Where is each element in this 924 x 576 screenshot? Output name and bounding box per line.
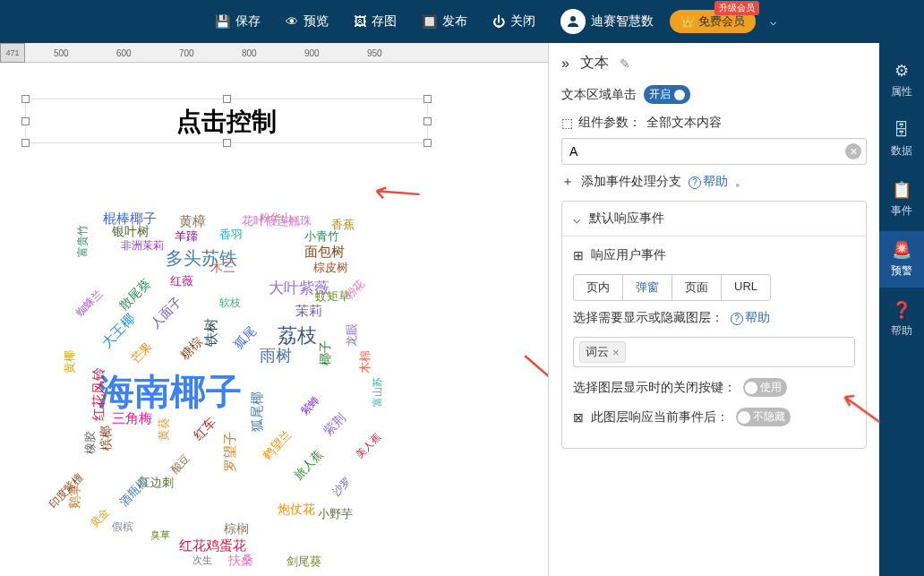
- wordcloud-word[interactable]: 假槟: [112, 520, 133, 535]
- wordcloud-word[interactable]: 狐尾椰: [249, 391, 266, 432]
- hide-after-toggle[interactable]: 不隐藏: [736, 408, 791, 426]
- wordcloud-word[interactable]: 橡胶: [82, 431, 98, 454]
- resize-handle[interactable]: [424, 95, 432, 103]
- resize-handle[interactable]: [21, 139, 30, 147]
- resize-handle[interactable]: [21, 95, 30, 103]
- saveimg-button[interactable]: 🖼 存图: [345, 8, 406, 35]
- wordcloud-word[interactable]: 旅人蕉: [290, 447, 326, 483]
- plus-icon[interactable]: ＋: [561, 174, 574, 190]
- wordcloud-word[interactable]: 剑尾葵: [287, 554, 321, 570]
- close-button[interactable]: ⏻ 关闭: [483, 8, 544, 35]
- wordcloud-word[interactable]: 黄葵: [156, 417, 172, 441]
- wordcloud-word[interactable]: 棍棒椰子: [103, 211, 157, 228]
- wordcloud-word[interactable]: 非洲茉莉: [121, 238, 164, 254]
- wordcloud-word[interactable]: 大王椰: [98, 311, 139, 351]
- tab-URL[interactable]: URL: [722, 275, 770, 300]
- wordcloud-word[interactable]: 黄椰: [62, 350, 78, 374]
- wordcloud-word[interactable]: 臭草: [150, 529, 170, 542]
- sidebar-事件[interactable]: 📋事件: [879, 171, 924, 228]
- close-key-toggle[interactable]: 使用: [743, 378, 787, 397]
- wordcloud-widget[interactable]: 海南椰子荔枝雨树黄樟香蕉小青竹银叶树面包树粉华山红花鸡蛋花扶桑剑尾葵棕榈多头苏铁…: [63, 206, 412, 555]
- param-input[interactable]: [561, 138, 867, 165]
- wordcloud-word[interactable]: 木三: [210, 260, 235, 276]
- tab-弹窗[interactable]: 弹窗: [623, 275, 672, 300]
- accordion-header[interactable]: ⌵ 默认响应事件: [562, 202, 866, 236]
- wordcloud-word[interactable]: 富山苏: [371, 377, 384, 407]
- canvas[interactable]: 点击控制 海南椰子荔枝雨树黄樟香蕉小青竹银叶树面包树粉华山红花鸡蛋花扶桑剑尾葵棕…: [0, 63, 548, 576]
- wordcloud-word[interactable]: 狐尾: [231, 323, 261, 353]
- wordcloud-word[interactable]: 富贵竹: [75, 225, 90, 257]
- wordcloud-word[interactable]: 红花风铃: [90, 367, 107, 421]
- wordcloud-word[interactable]: 次生: [192, 554, 212, 567]
- wordcloud-word[interactable]: 面包树: [304, 244, 345, 261]
- panel-title: 文本: [580, 54, 609, 73]
- wordcloud-word[interactable]: 美人蕉: [354, 431, 384, 461]
- wordcloud-word[interactable]: 三角梅: [112, 410, 152, 427]
- clear-input-icon[interactable]: ✕: [845, 143, 861, 159]
- sidebar-帮助[interactable]: ❓帮助: [879, 291, 924, 348]
- click-region-toggle[interactable]: 开启: [644, 85, 690, 104]
- wordcloud-word[interactable]: 木棉: [357, 350, 373, 374]
- ruler-tick: 600: [116, 48, 132, 58]
- wordcloud-word[interactable]: 紫荆: [321, 410, 350, 440]
- add-branch-label[interactable]: 添加事件处理分支: [581, 174, 681, 190]
- wordcloud-word[interactable]: 鹤望兰: [259, 427, 295, 463]
- save-button[interactable]: 💾 保存: [206, 8, 270, 35]
- wordcloud-word[interactable]: 红车: [191, 415, 220, 444]
- wordcloud-word[interactable]: 江边刺: [139, 475, 174, 491]
- wordcloud-word[interactable]: 香羽: [219, 227, 243, 243]
- edit-icon[interactable]: ✎: [620, 56, 630, 71]
- wordcloud-word[interactable]: 棕皮树: [313, 260, 348, 276]
- wordcloud-word[interactable]: 炮仗花: [278, 502, 315, 518]
- wordcloud-word[interactable]: 小野芋: [318, 506, 353, 522]
- wordcloud-word[interactable]: 龙眼: [344, 323, 360, 347]
- tab-页内[interactable]: 页内: [574, 275, 623, 300]
- resize-handle[interactable]: [424, 139, 432, 147]
- wordcloud-word[interactable]: 芒果: [127, 339, 155, 366]
- wordcloud-word[interactable]: 棕榈: [224, 521, 249, 537]
- wordcloud-word[interactable]: 小青竹: [304, 228, 339, 245]
- publish-button[interactable]: 🔲 发布: [413, 8, 476, 35]
- chevron-down-icon[interactable]: ⌵: [770, 15, 776, 28]
- layer-select-label: 选择需要显示或隐藏图层：: [573, 310, 723, 326]
- wordcloud-word[interactable]: 羊蹄: [175, 228, 198, 245]
- tab-页面[interactable]: 页面: [672, 275, 722, 300]
- help-link[interactable]: ?帮助: [731, 310, 770, 326]
- wordcloud-word[interactable]: 海南椰子: [98, 367, 242, 417]
- sidebar-属性[interactable]: ⚙属性: [879, 52, 924, 108]
- wordcloud-word[interactable]: 椰子: [318, 340, 334, 365]
- wordcloud-word[interactable]: 花叶假连翘珠: [242, 213, 312, 229]
- wordcloud-word[interactable]: 软枝: [219, 296, 241, 311]
- wordcloud-word[interactable]: 沙罗: [329, 474, 355, 500]
- sidebar-label: 帮助: [891, 323, 912, 339]
- resize-handle[interactable]: [21, 117, 30, 125]
- wordcloud-word[interactable]: 酸豆: [168, 451, 194, 477]
- layer-chip[interactable]: 词云 ×: [579, 341, 626, 363]
- sidebar-数据[interactable]: 🗄数据: [879, 112, 924, 168]
- help-link[interactable]: ?帮助: [689, 174, 728, 190]
- resize-handle[interactable]: [424, 117, 432, 125]
- wordcloud-word[interactable]: 扶桑: [228, 553, 253, 569]
- resize-handle[interactable]: [223, 95, 231, 103]
- chip-remove-icon[interactable]: ×: [612, 346, 620, 359]
- wordcloud-word[interactable]: 雨树: [260, 345, 292, 366]
- collapse-panel-icon[interactable]: »: [561, 56, 569, 72]
- wordcloud-word[interactable]: 紫蝉: [298, 393, 324, 419]
- wordcloud-word[interactable]: 罗望子: [222, 432, 239, 472]
- member-badge[interactable]: 👑 免费会员 升级会员: [670, 10, 756, 33]
- preview-button[interactable]: 👁 预览: [277, 8, 338, 35]
- wordcloud-word[interactable]: 茉莉: [295, 303, 322, 320]
- wordcloud-word[interactable]: 黄金: [88, 505, 114, 531]
- wordcloud-word[interactable]: 槟榔: [98, 426, 115, 451]
- wordcloud-word[interactable]: 铁树: [202, 318, 221, 347]
- wordcloud-word[interactable]: 红薇: [170, 273, 193, 289]
- sidebar-预警[interactable]: 🚨预警: [879, 231, 924, 288]
- layer-chip-input[interactable]: 词云 ×: [573, 337, 855, 367]
- resize-handle[interactable]: [223, 139, 231, 147]
- wordcloud-word[interactable]: 人面子: [148, 294, 185, 331]
- selected-text-element[interactable]: 点击控制: [25, 99, 428, 143]
- image-icon: 🖼: [354, 14, 366, 29]
- user-menu[interactable]: 迪赛智慧数: [552, 4, 663, 39]
- wordcloud-word[interactable]: 散尾葵: [116, 276, 154, 314]
- wordcloud-word[interactable]: 蜘蛛兰: [73, 287, 106, 320]
